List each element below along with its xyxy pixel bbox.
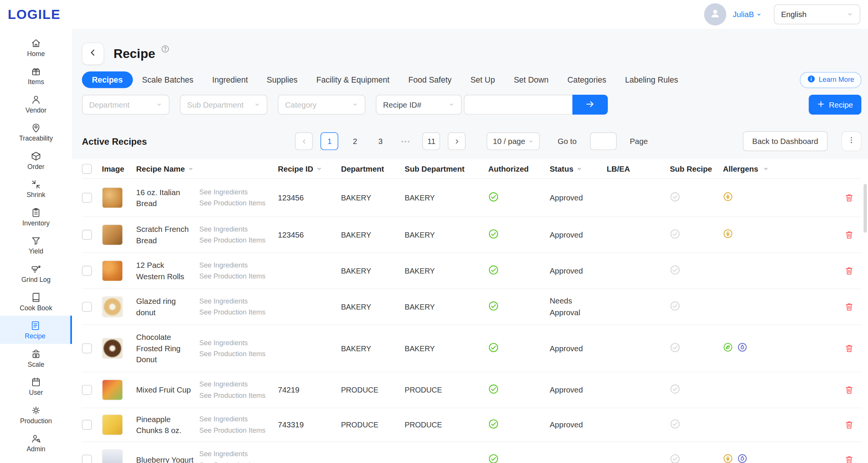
sidebar-item-more[interactable]: [0, 457, 72, 463]
delete-recipe-button[interactable]: [841, 341, 857, 356]
pagination-prev-button[interactable]: [295, 132, 313, 150]
see-production-items-link[interactable]: See Production Items: [199, 461, 265, 463]
pagination-page-2[interactable]: 2: [346, 132, 364, 150]
row-checkbox[interactable]: [82, 455, 92, 463]
sidebar-item-admin[interactable]: Admin: [0, 429, 72, 457]
delete-recipe-button[interactable]: [841, 263, 857, 278]
home-icon: [30, 38, 41, 48]
pagination-page-11[interactable]: 11: [423, 132, 440, 150]
tab-set-down[interactable]: Set Down: [504, 72, 558, 88]
see-ingredients-link[interactable]: See Ingredients: [199, 339, 248, 347]
recipe-id: 74219: [278, 385, 341, 394]
back-button[interactable]: [82, 43, 104, 65]
see-ingredients-link[interactable]: See Ingredients: [199, 297, 248, 305]
sidebar-item-scale[interactable]: Scale: [0, 344, 72, 372]
chevron-left-icon: [89, 48, 97, 59]
row-checkbox[interactable]: [82, 343, 92, 353]
sidebar-item-recipe[interactable]: Recipe: [0, 316, 72, 344]
see-ingredients-link[interactable]: See Ingredients: [199, 380, 248, 388]
delete-recipe-button[interactable]: [841, 452, 857, 463]
row-checkbox[interactable]: [82, 266, 92, 276]
pagination-page-3[interactable]: 3: [372, 132, 389, 150]
select-all-checkbox[interactable]: [82, 164, 92, 174]
back-to-dashboard-button[interactable]: Back to Dashboard: [743, 131, 827, 151]
recipe-card-icon: [30, 320, 41, 331]
category-select[interactable]: Category: [278, 95, 365, 115]
see-ingredients-link[interactable]: See Ingredients: [199, 225, 248, 233]
sidebar-item-items[interactable]: Items: [0, 61, 72, 90]
sidebar-item-user[interactable]: User: [0, 372, 72, 400]
sidebar-item-inventory[interactable]: Inventory: [0, 203, 72, 231]
see-production-items-link[interactable]: See Production Items: [199, 199, 265, 207]
delete-recipe-button[interactable]: [841, 190, 857, 205]
row-checkbox[interactable]: [82, 193, 92, 203]
search-input[interactable]: [464, 95, 572, 115]
see-ingredients-link[interactable]: See Ingredients: [199, 188, 248, 196]
see-production-items-link[interactable]: See Production Items: [199, 426, 265, 435]
tab-supplies[interactable]: Supplies: [257, 72, 307, 88]
tab-categories[interactable]: Categories: [558, 72, 615, 88]
see-production-items-link[interactable]: See Production Items: [199, 308, 265, 316]
see-production-items-link[interactable]: See Production Items: [199, 350, 265, 358]
recipe-name: Pineapple Chunks 8 oz.: [136, 413, 200, 436]
search-field-select[interactable]: Recipe ID#: [376, 95, 462, 115]
tab-recipes[interactable]: Recipes: [82, 72, 133, 88]
sidebar-item-order[interactable]: Order: [0, 146, 72, 175]
goto-page-input[interactable]: [590, 132, 617, 150]
tab-food-safety[interactable]: Food Safety: [399, 72, 461, 88]
sidebar-item-home[interactable]: Home: [0, 33, 72, 62]
department: PRODUCE: [341, 386, 404, 394]
more-actions-button[interactable]: [841, 131, 862, 151]
pagination-next-button[interactable]: [448, 132, 466, 150]
recipe-image: [102, 379, 123, 400]
user-menu[interactable]: JuliaB: [733, 10, 762, 19]
department-select[interactable]: Department: [82, 95, 169, 115]
add-recipe-button[interactable]: Recipe: [809, 95, 861, 115]
column-allergens[interactable]: Allergens: [723, 164, 837, 173]
department-placeholder: Department: [89, 100, 130, 109]
recipe-name: Scratch French Bread: [136, 224, 200, 246]
sidebar-item-grind-log[interactable]: Grind Log: [0, 259, 72, 288]
delete-recipe-button[interactable]: [841, 227, 857, 242]
delete-recipe-button[interactable]: [841, 382, 857, 398]
table-header-row: Image Recipe Name Recipe ID Department S…: [82, 159, 861, 179]
pagination-page-1[interactable]: 1: [321, 132, 339, 150]
sub-department-select[interactable]: Sub Department: [180, 95, 267, 115]
tab-facility-equipment[interactable]: Facility & Equipment: [307, 72, 399, 88]
authorized-check-icon: [488, 191, 499, 204]
row-checkbox[interactable]: [82, 302, 92, 312]
sidebar-item-production[interactable]: Production: [0, 400, 72, 429]
sidebar-item-traceability[interactable]: Traceability: [0, 118, 72, 146]
delete-recipe-button[interactable]: [841, 299, 857, 314]
see-ingredients-link[interactable]: See Ingredients: [199, 261, 248, 269]
pagination-ellipsis[interactable]: •••: [397, 132, 415, 150]
column-recipe-name[interactable]: Recipe Name: [136, 164, 200, 173]
column-recipe-id[interactable]: Recipe ID: [278, 164, 341, 173]
see-production-items-link[interactable]: See Production Items: [199, 236, 265, 244]
table-row: Chocolate Frosted Ring Donut See Ingredi…: [82, 325, 861, 372]
tab-set-up[interactable]: Set Up: [461, 72, 504, 88]
help-icon[interactable]: [161, 45, 170, 53]
sidebar-item-shrink[interactable]: Shrink: [0, 174, 72, 203]
row-checkbox[interactable]: [82, 420, 92, 430]
sidebar-item-cook-book[interactable]: Cook Book: [0, 288, 72, 316]
search-submit-button[interactable]: [572, 95, 608, 115]
see-ingredients-link[interactable]: See Ingredients: [199, 450, 248, 458]
sidebar-item-vendor[interactable]: Vendor: [0, 90, 72, 118]
sidebar-item-yield[interactable]: Yield: [0, 231, 72, 260]
tab-labeling-rules[interactable]: Labeling Rules: [616, 72, 688, 88]
delete-recipe-button[interactable]: [841, 417, 857, 433]
row-checkbox[interactable]: [82, 230, 92, 240]
language-select[interactable]: English: [774, 5, 860, 25]
see-ingredients-link[interactable]: See Ingredients: [199, 415, 248, 424]
row-checkbox[interactable]: [82, 385, 92, 395]
learn-more-button[interactable]: Learn More: [800, 72, 861, 88]
scrollbar-thumb[interactable]: [863, 184, 867, 233]
tab-scale-batches[interactable]: Scale Batches: [133, 72, 203, 88]
column-status[interactable]: Status: [550, 164, 607, 173]
page-size-select[interactable]: 10 / page: [487, 132, 540, 150]
user-avatar[interactable]: [704, 3, 726, 25]
see-production-items-link[interactable]: See Production Items: [199, 391, 265, 400]
see-production-items-link[interactable]: See Production Items: [199, 272, 265, 280]
tab-ingredient[interactable]: Ingredient: [203, 72, 257, 88]
